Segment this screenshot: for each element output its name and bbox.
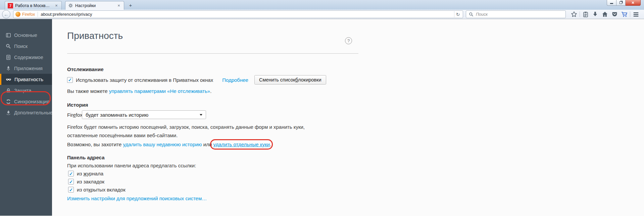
suggest-tabs-label: из открытых вкладок xyxy=(77,187,126,193)
menu-hamburger-button[interactable] xyxy=(631,10,641,18)
home-button[interactable] xyxy=(600,10,610,18)
rocket-icon xyxy=(6,66,11,71)
sidebar-item-security[interactable]: Защита xyxy=(0,85,52,96)
sidebar-item-label: Приложения xyxy=(14,66,43,71)
sidebar-item-content[interactable]: Содержимое xyxy=(0,52,52,63)
tab-title: Настройки xyxy=(75,3,114,8)
sidebar-item-label: Синхронизация xyxy=(14,99,49,104)
window-controls xyxy=(607,0,641,6)
toolbar-separator xyxy=(580,11,580,17)
restore-icon xyxy=(620,1,622,4)
tracking-checkbox-label: Использовать защиту от отслеживания в Пр… xyxy=(76,77,213,83)
sidebar-item-privacy[interactable]: Приватность xyxy=(0,74,52,85)
reload-button[interactable] xyxy=(454,11,461,17)
search-placeholder: Поиск xyxy=(476,12,488,17)
bookmark-star-button[interactable] xyxy=(569,10,579,18)
advanced-icon xyxy=(6,110,11,115)
change-block-list-button[interactable]: Сменить список блокировки xyxy=(254,75,326,85)
tab-bar: 7 Работа в Москве - свежие... Настройки xyxy=(0,0,644,10)
clear-recent-history-link[interactable]: удалить вашу недавнюю историю xyxy=(123,142,202,147)
tracking-protection-checkbox[interactable] xyxy=(67,77,73,83)
annotated-link-wrap: удалить отдельные куки xyxy=(213,142,269,147)
search-suggestions-settings-link[interactable]: Изменить настройки для предложений поиск… xyxy=(67,196,207,201)
chevron-down-icon xyxy=(200,114,202,116)
downloads-button[interactable] xyxy=(590,10,600,18)
url-text[interactable]: about:preferences#privacy xyxy=(41,12,454,17)
close-tab-icon[interactable] xyxy=(116,3,121,8)
tab-title: Работа в Москве - свежие... xyxy=(15,3,52,8)
restore-button[interactable] xyxy=(616,0,626,6)
close-icon xyxy=(631,1,634,5)
red-7-favicon: 7 xyxy=(8,3,13,8)
minimize-button[interactable] xyxy=(607,0,616,6)
navigation-toolbar: Firefox about:preferences#privacy Поиск xyxy=(0,10,644,19)
firefox-icon xyxy=(15,12,20,17)
sidebar-item-search[interactable]: Поиск xyxy=(0,41,52,52)
firefox-will-label: Firefox: xyxy=(67,112,82,118)
page-title: Приватность xyxy=(67,29,358,43)
search-icon xyxy=(6,44,11,49)
toolbar-separator xyxy=(630,11,630,17)
sidebar-item-label: Основные xyxy=(14,33,37,38)
suggest-bookmarks-label: из закладок xyxy=(77,179,104,184)
security-lock-icon xyxy=(6,88,11,93)
minimize-icon xyxy=(610,3,613,4)
toolbar-buttons xyxy=(569,10,641,18)
sidebar-item-advanced[interactable]: Дополнительные xyxy=(0,107,52,118)
url-bar[interactable]: Firefox about:preferences#privacy xyxy=(13,10,463,18)
sidebar-item-label: Дополнительные xyxy=(14,110,53,115)
sidebar-item-label: Приватность xyxy=(14,77,43,82)
close-tab-icon[interactable] xyxy=(54,3,59,8)
sidebar-item-label: Содержимое xyxy=(14,55,43,60)
url-separator xyxy=(38,12,38,17)
general-icon xyxy=(6,33,11,38)
suggest-bookmarks-row: из закладок xyxy=(68,179,358,184)
tracking-row: Использовать защиту от отслеживания в Пр… xyxy=(67,75,358,85)
back-button[interactable] xyxy=(2,10,10,18)
privacy-mask-icon xyxy=(6,77,11,82)
close-window-button[interactable] xyxy=(626,0,641,6)
history-mode-dropdown[interactable]: будет запоминать историю xyxy=(82,110,206,119)
sidebar-item-applications[interactable]: Приложения xyxy=(0,63,52,74)
cart-extension-button[interactable] xyxy=(620,10,629,18)
suggest-history-row: из журнала xyxy=(68,171,358,176)
sidebar-item-label: Поиск xyxy=(14,44,28,49)
suggest-history-label: из журнала xyxy=(77,171,103,176)
tab-settings[interactable]: Настройки xyxy=(65,1,124,10)
main-area: Основные Поиск Содержимое Приложения xyxy=(0,19,644,216)
tracking-heading: Отслеживание xyxy=(67,66,358,72)
suggest-history-checkbox[interactable] xyxy=(68,171,74,176)
clear-history-line: Возможно, вы захотите удалить вашу недав… xyxy=(67,142,358,147)
search-bar[interactable]: Поиск xyxy=(466,10,566,18)
help-button[interactable]: ? xyxy=(345,37,352,44)
remove-individual-cookies-link[interactable]: удалить отдельные куки xyxy=(213,142,269,147)
pocket-button[interactable] xyxy=(610,10,620,18)
preferences-sidebar: Основные Поиск Содержимое Приложения xyxy=(0,19,52,216)
bookmarks-menu-button[interactable] xyxy=(581,10,590,18)
learn-more-link[interactable]: Подробнее xyxy=(222,77,248,83)
dropdown-selected-value: будет запоминать историю xyxy=(86,112,200,118)
suggest-bookmarks-checkbox[interactable] xyxy=(68,179,74,184)
location-bar-heading: Панель адреса xyxy=(67,155,358,160)
firefox-label: Firefox xyxy=(22,12,35,17)
manage-dnt-link[interactable]: управлять параметрами «Не отслеживать» xyxy=(109,88,210,94)
title-divider xyxy=(67,53,358,54)
preferences-content: Приватность ? Отслеживание Использовать … xyxy=(52,19,644,216)
sidebar-item-sync[interactable]: Синхронизация xyxy=(0,96,52,107)
history-description: Firefox будет помнить историю посещений,… xyxy=(67,123,358,140)
search-icon xyxy=(469,12,474,17)
content-document-icon xyxy=(6,55,11,60)
sidebar-item-general[interactable]: Основные xyxy=(0,30,52,41)
gear-icon xyxy=(68,3,73,8)
sidebar-item-label: Защита xyxy=(14,88,31,93)
tab-rabota-v-moskve[interactable]: 7 Работа в Москве - свежие... xyxy=(5,1,62,10)
dnt-note: Вы также можете управлять параметрами «Н… xyxy=(67,88,358,94)
location-bar-intro: При использовании панели адреса предлага… xyxy=(67,163,358,168)
suggest-tabs-row: из открытых вкладок xyxy=(68,187,358,193)
suggest-tabs-checkbox[interactable] xyxy=(68,187,74,193)
history-heading: История xyxy=(67,102,358,108)
history-mode-row: Firefox: будет запоминать историю xyxy=(67,110,358,119)
browser-window: 7 Работа в Москве - свежие... Настройки xyxy=(0,0,644,216)
new-tab-button[interactable] xyxy=(126,2,135,9)
sync-icon xyxy=(6,99,11,104)
